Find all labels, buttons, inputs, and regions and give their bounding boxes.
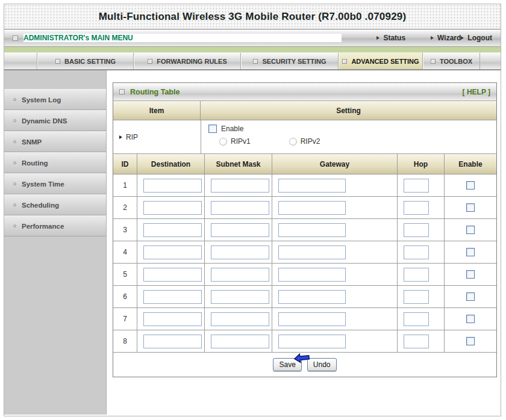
- subnet-mask-input[interactable]: [211, 335, 269, 348]
- hop-input[interactable]: [404, 290, 429, 304]
- tab-label: FORWARDING RULES: [157, 58, 227, 65]
- item-column-header: Item: [113, 101, 201, 120]
- row-id: 4: [113, 241, 137, 264]
- menu-bar: ADMINISTRATOR's MAIN MENU Status Wizard …: [4, 29, 501, 47]
- subnet-mask-input[interactable]: [211, 223, 269, 237]
- ripv2-option: RIPv2: [289, 137, 320, 146]
- main-content: Routing Table [ HELP ] Item Setting RIP: [107, 70, 501, 415]
- enable-checkbox[interactable]: [466, 181, 475, 190]
- hop-input[interactable]: [404, 246, 429, 259]
- menu-item-wizard[interactable]: Wizard: [431, 34, 461, 42]
- subnet-mask-input[interactable]: [211, 246, 269, 259]
- col-header-destination: Destination: [137, 154, 205, 174]
- enable-checkbox[interactable]: [466, 315, 475, 323]
- sidebar-item-system-log[interactable]: System Log: [4, 89, 106, 110]
- hop-input[interactable]: [404, 223, 429, 237]
- table-row: 6: [113, 286, 496, 308]
- bullet-icon: [13, 140, 16, 143]
- tab-security-setting[interactable]: SECURITY SETTING: [241, 53, 339, 69]
- destination-input[interactable]: [143, 290, 202, 304]
- col-header-subnet-mask: Subnet Mask: [205, 154, 272, 174]
- subnet-mask-input[interactable]: [211, 312, 269, 326]
- row-id: 8: [113, 330, 137, 353]
- table-row: 1: [113, 174, 496, 197]
- bullet-icon: [13, 203, 16, 206]
- col-header-hop: Hop: [398, 154, 445, 174]
- menu-item-logout[interactable]: Logout: [461, 34, 492, 42]
- enable-checkbox[interactable]: [466, 248, 475, 256]
- destination-input[interactable]: [143, 335, 202, 348]
- page-title: Multi-Functional Wireless 3G Mobile Rout…: [99, 11, 407, 23]
- gateway-input[interactable]: [278, 223, 346, 237]
- rip-enable-label: Enable: [221, 125, 243, 133]
- arrow-right-icon: [431, 36, 434, 40]
- destination-input[interactable]: [143, 246, 202, 259]
- tab-label: SECURITY SETTING: [262, 58, 326, 65]
- ripv1-radio[interactable]: [219, 138, 227, 146]
- save-button[interactable]: Save: [273, 358, 301, 371]
- tab-square-icon: [431, 59, 436, 64]
- sidebar-item-system-time[interactable]: System Time: [4, 173, 106, 194]
- enable-checkbox[interactable]: [466, 337, 475, 345]
- hop-input[interactable]: [404, 268, 429, 282]
- sidebar: System Log Dynamic DNS SNMP Routing Syst…: [4, 70, 107, 415]
- sidebar-item-routing[interactable]: Routing: [4, 152, 106, 173]
- ripv2-radio[interactable]: [289, 138, 297, 146]
- tab-forwarding-rules[interactable]: FORWARDING RULES: [134, 53, 241, 69]
- col-header-gateway: Gateway: [272, 154, 398, 174]
- destination-input[interactable]: [143, 312, 202, 326]
- arrow-right-icon: [376, 36, 380, 40]
- help-link[interactable]: [ HELP ]: [463, 88, 490, 96]
- destination-input[interactable]: [143, 201, 202, 215]
- gateway-input[interactable]: [278, 268, 346, 282]
- col-header-enable: Enable: [445, 154, 496, 174]
- gateway-input[interactable]: [278, 290, 346, 304]
- sidebar-item-scheduling[interactable]: Scheduling: [4, 194, 106, 215]
- sidebar-item-label: Scheduling: [22, 202, 59, 209]
- sidebar-item-snmp[interactable]: SNMP: [4, 131, 106, 152]
- destination-input[interactable]: [143, 268, 202, 282]
- enable-checkbox[interactable]: [466, 270, 475, 279]
- table-row: 7: [113, 308, 496, 330]
- admin-main-menu-label[interactable]: ADMINISTRATOR's MAIN MENU: [23, 34, 342, 42]
- subnet-mask-input[interactable]: [211, 290, 269, 304]
- gateway-input[interactable]: [278, 312, 346, 326]
- tab-bar-spacer: [4, 53, 37, 69]
- enable-checkbox[interactable]: [466, 203, 475, 212]
- subnet-mask-input[interactable]: [211, 268, 269, 282]
- subnet-mask-input[interactable]: [211, 201, 269, 215]
- setting-column-header: Setting: [201, 101, 496, 120]
- hop-input[interactable]: [404, 179, 429, 193]
- rip-enable-checkbox[interactable]: [208, 125, 217, 133]
- bullet-icon: [13, 161, 16, 164]
- sidebar-item-dynamic-dns[interactable]: Dynamic DNS: [4, 110, 106, 131]
- hop-input[interactable]: [404, 335, 429, 348]
- panel-header: Routing Table [ HELP ]: [113, 83, 496, 101]
- enable-checkbox[interactable]: [466, 292, 475, 301]
- menu-square-icon: [13, 36, 18, 41]
- sidebar-item-label: System Log: [22, 96, 61, 103]
- gateway-input[interactable]: [278, 179, 346, 193]
- gateway-input[interactable]: [278, 335, 346, 348]
- ripv1-option: RIPv1: [219, 137, 251, 146]
- sidebar-item-label: Routing: [22, 159, 48, 167]
- hop-input[interactable]: [404, 201, 429, 215]
- enable-checkbox[interactable]: [466, 226, 475, 234]
- tab-basic-setting[interactable]: BASIC SETTING: [37, 53, 134, 69]
- subnet-mask-input[interactable]: [211, 179, 269, 193]
- undo-button[interactable]: Undo: [307, 358, 337, 371]
- tab-advanced-setting[interactable]: ADVANCED SETTING: [339, 53, 423, 69]
- hop-input[interactable]: [404, 312, 429, 326]
- destination-input[interactable]: [143, 223, 202, 237]
- destination-input[interactable]: [143, 179, 202, 193]
- panel-title: Routing Table: [130, 88, 180, 96]
- gateway-input[interactable]: [278, 246, 346, 259]
- menu-item-status[interactable]: Status: [376, 34, 405, 42]
- tab-square-icon: [148, 59, 152, 64]
- row-id: 2: [113, 197, 137, 219]
- row-id: 6: [113, 286, 137, 308]
- gateway-input[interactable]: [278, 201, 346, 215]
- sidebar-item-performance[interactable]: Performance: [4, 215, 106, 236]
- tab-toolbox[interactable]: TOOLBOX: [423, 53, 480, 69]
- rip-setting-cell: Enable RIPv1 RIPv2: [201, 120, 496, 153]
